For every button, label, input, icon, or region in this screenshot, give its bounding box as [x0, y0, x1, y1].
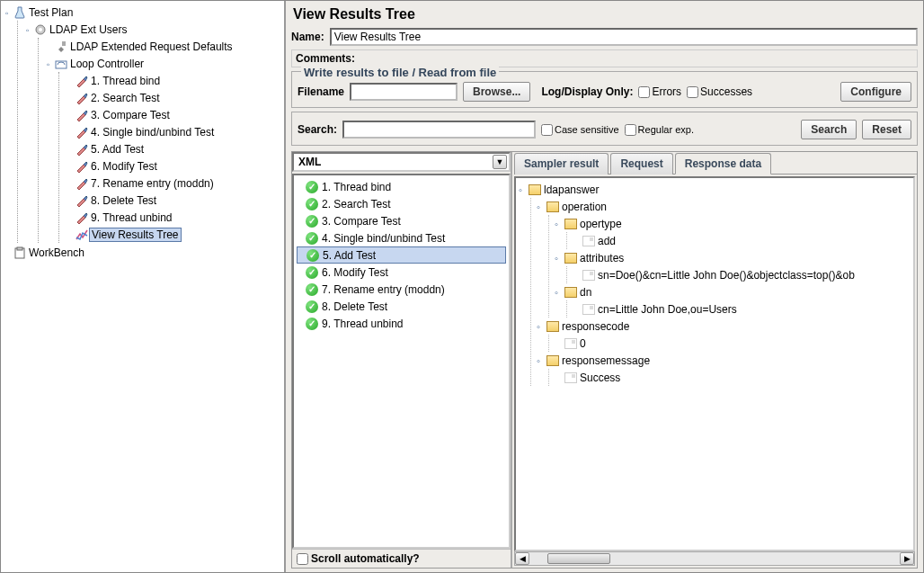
tree-toggle-icon[interactable]: ◦ — [3, 8, 11, 16]
detail-pane: Sampler result Request Response data ◦ld… — [512, 152, 917, 568]
renderer-combo[interactable]: XML ▼ — [292, 152, 511, 172]
sample-label: 7. Rename entry (moddn) — [322, 283, 445, 296]
sample-item[interactable]: ✓9. Thread unbind — [297, 315, 506, 332]
tree-item-view-results-tree[interactable]: View Results Tree — [65, 226, 282, 243]
xml-label: add — [598, 235, 616, 247]
tree-toggle-icon[interactable]: ◦ — [555, 253, 563, 264]
sampler-icon — [75, 108, 89, 122]
filename-input[interactable] — [350, 83, 458, 101]
tree-item-sampler[interactable]: 9. Thread unbind — [65, 209, 282, 226]
search-label: Search: — [298, 123, 337, 136]
logdisplay-label: Log/Display Only: — [541, 85, 633, 98]
tab-request[interactable]: Request — [610, 153, 672, 175]
auto-scroll-label: Scroll automatically? — [311, 552, 420, 565]
tree-toggle-icon[interactable]: ◦ — [23, 25, 31, 33]
xml-label: opertype — [580, 218, 622, 230]
details-panel: View Results Tree Name: Comments: Write … — [286, 1, 923, 572]
sample-item[interactable]: ✓2. Search Test — [297, 195, 506, 212]
search-input[interactable] — [342, 121, 536, 139]
tree-item-ldap-ext-users[interactable]: ◦ LDAP Ext Users — [23, 21, 282, 38]
sampler-icon — [75, 125, 89, 139]
sample-item[interactable]: ✓5. Add Test — [297, 246, 506, 264]
tree-toggle-icon[interactable]: ◦ — [537, 321, 545, 332]
tree-label: 2. Search Test — [89, 92, 162, 104]
xml-leaf[interactable]: add — [573, 232, 911, 249]
tree-label: Loop Controller — [68, 58, 146, 70]
xml-leaf[interactable]: cn=Little John Doe,ou=Users — [573, 300, 911, 318]
success-icon: ✓ — [307, 249, 319, 262]
xml-leaf[interactable]: sn=Doe()&cn=Little John Doe()&objectclas… — [573, 266, 911, 283]
tab-response-data[interactable]: Response data — [675, 153, 771, 175]
scroll-right-icon[interactable]: ▶ — [900, 552, 914, 565]
tree-toggle-icon[interactable]: ◦ — [555, 219, 563, 229]
sample-item[interactable]: ✓6. Modify Test — [297, 264, 506, 281]
sample-item[interactable]: ✓1. Thread bind — [297, 178, 506, 195]
name-label: Name: — [291, 31, 324, 43]
browse-button[interactable]: Browse... — [463, 82, 530, 102]
sample-item[interactable]: ✓7. Rename entry (moddn) — [297, 281, 506, 298]
tree-toggle-icon[interactable]: ◦ — [519, 184, 527, 195]
sampler-icon — [75, 91, 89, 105]
tree-item-sampler[interactable]: 8. Delete Test — [65, 192, 282, 209]
tree-item-sampler[interactable]: 3. Compare Test — [65, 106, 282, 123]
tab-sampler-result[interactable]: Sampler result — [514, 153, 609, 175]
tree-item-sampler[interactable]: 7. Rename entry (moddn) — [65, 175, 282, 192]
tree-toggle-icon[interactable]: ◦ — [537, 355, 545, 366]
successes-checkbox[interactable]: Successes — [687, 85, 752, 98]
xml-leaf[interactable]: 0 — [555, 335, 911, 352]
tree-item-loop-controller[interactable]: ◦ Loop Controller — [44, 55, 282, 72]
sample-item[interactable]: ✓3. Compare Test — [297, 212, 506, 229]
case-sensitive-checkbox[interactable]: Case sensitive — [541, 124, 619, 136]
sampler-icon — [75, 74, 89, 88]
xml-folder[interactable]: ◦dn — [555, 283, 911, 300]
name-input[interactable] — [330, 28, 918, 46]
xml-folder[interactable]: ◦operation — [537, 198, 911, 215]
sample-label: 4. Single bind/unbind Test — [322, 232, 445, 245]
success-icon: ✓ — [306, 215, 318, 228]
auto-scroll-checkbox[interactable] — [297, 553, 308, 565]
file-icon — [582, 304, 595, 315]
chevron-down-icon[interactable]: ▼ — [493, 155, 507, 169]
tree-item-ldap-defaults[interactable]: LDAP Extended Request Defaults — [44, 38, 282, 55]
test-plan-tree[interactable]: ◦ Test Plan ◦ LDAP Ext Users LDAP Extend… — [1, 1, 286, 572]
horizontal-scrollbar[interactable]: ◀ ▶ — [514, 551, 915, 566]
tree-item-sampler[interactable]: 4. Single bind/unbind Test — [65, 123, 282, 140]
search-button[interactable]: Search — [801, 120, 857, 139]
tree-item-sampler[interactable]: 1. Thread bind — [65, 72, 282, 89]
scroll-thumb[interactable] — [547, 553, 610, 564]
tree-toggle-icon[interactable]: ◦ — [555, 287, 563, 298]
success-icon: ✓ — [306, 181, 318, 193]
file-fieldset: Write results to file / Read from file F… — [291, 71, 918, 108]
xml-folder[interactable]: ◦attributes — [555, 249, 911, 266]
xml-folder[interactable]: ◦responsecode — [537, 318, 911, 335]
folder-icon — [564, 287, 577, 298]
errors-checkbox[interactable]: Errors — [638, 85, 681, 98]
tree-toggle-icon[interactable]: ◦ — [44, 59, 52, 67]
regex-checkbox[interactable]: Regular exp. — [625, 124, 694, 136]
tree-root[interactable]: ◦ Test Plan — [3, 4, 282, 21]
loop-icon — [54, 57, 68, 71]
xml-folder[interactable]: ◦responsemessage — [537, 352, 911, 369]
tree-item-sampler[interactable]: 6. Modify Test — [65, 157, 282, 175]
configure-button[interactable]: Configure — [840, 82, 911, 102]
folder-icon — [546, 201, 559, 212]
success-icon: ✓ — [306, 232, 318, 245]
sampler-icon — [75, 210, 89, 225]
tree-label: View Results Tree — [89, 228, 182, 242]
tree-item-sampler[interactable]: 2. Search Test — [65, 89, 282, 106]
xml-leaf[interactable]: Success — [555, 369, 911, 386]
clipboard-icon — [13, 246, 27, 260]
tree-item-sampler[interactable]: 5. Add Test — [65, 140, 282, 157]
xml-label: responsecode — [562, 320, 629, 333]
tree-label: 9. Thread unbind — [89, 211, 174, 224]
sample-item[interactable]: ✓8. Delete Test — [297, 298, 506, 315]
reset-button[interactable]: Reset — [862, 120, 911, 139]
xml-folder[interactable]: ◦opertype — [555, 215, 911, 232]
samples-list[interactable]: ✓1. Thread bind✓2. Search Test✓3. Compar… — [292, 174, 511, 549]
xml-root[interactable]: ◦ldapanswer — [519, 181, 911, 198]
sample-item[interactable]: ✓4. Single bind/unbind Test — [297, 229, 506, 246]
scroll-left-icon[interactable]: ◀ — [515, 552, 529, 565]
tree-item-workbench[interactable]: WorkBench — [3, 244, 282, 261]
tree-toggle-icon[interactable]: ◦ — [537, 201, 545, 212]
response-tree[interactable]: ◦ldapanswer◦operation◦opertypeadd◦attrib… — [514, 176, 915, 551]
